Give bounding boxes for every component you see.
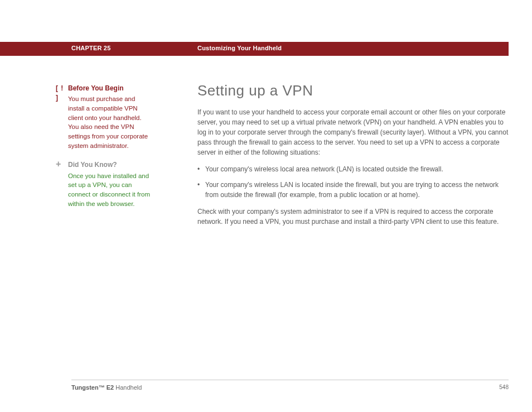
footer-product-bold: Tungsten™ E2 (71, 384, 114, 391)
sidebar-before-body: You must purchase and install a compatib… (68, 94, 151, 150)
main-content: Setting up a VPN If you want to use your… (197, 80, 510, 233)
plus-icon: + (56, 160, 68, 167)
sidebar-dyk-content: Did You Know? Once you have installed an… (68, 160, 151, 208)
sidebar-dyk-body: Once you have installed and set up a VPN… (68, 171, 151, 209)
sidebar-did-you-know: + Did You Know? Once you have installed … (56, 160, 151, 208)
bullet-list: Your company's wireless local area netwo… (197, 164, 510, 200)
page-heading: Setting up a VPN (197, 80, 510, 102)
sidebar-dyk-heading: Did You Know? (68, 160, 151, 170)
footer-product-rest: Handheld (114, 384, 142, 391)
document-page: CHAPTER 25 Customizing Your Handheld [ !… (0, 0, 532, 412)
footer-rule (71, 380, 509, 380)
outro-paragraph: Check with your company's system adminis… (197, 207, 510, 227)
header-title: Customizing Your Handheld (197, 45, 282, 51)
sidebar: [ ! ] Before You Begin You must purchase… (56, 84, 151, 219)
footer-page-number: 548 (499, 384, 509, 390)
footer-product: Tungsten™ E2 Handheld (71, 384, 142, 391)
alert-icon: [ ! ] (56, 84, 68, 103)
sidebar-before-content: Before You Begin You must purchase and i… (68, 84, 151, 150)
list-item: Your company's wireless local area netwo… (197, 164, 510, 174)
sidebar-before-you-begin: [ ! ] Before You Begin You must purchase… (56, 84, 151, 150)
header-chapter: CHAPTER 25 (71, 45, 110, 51)
sidebar-before-heading: Before You Begin (68, 84, 151, 93)
list-item: Your company's wireless LAN is located i… (197, 180, 510, 200)
intro-paragraph: If you want to use your handheld to acce… (197, 107, 510, 157)
